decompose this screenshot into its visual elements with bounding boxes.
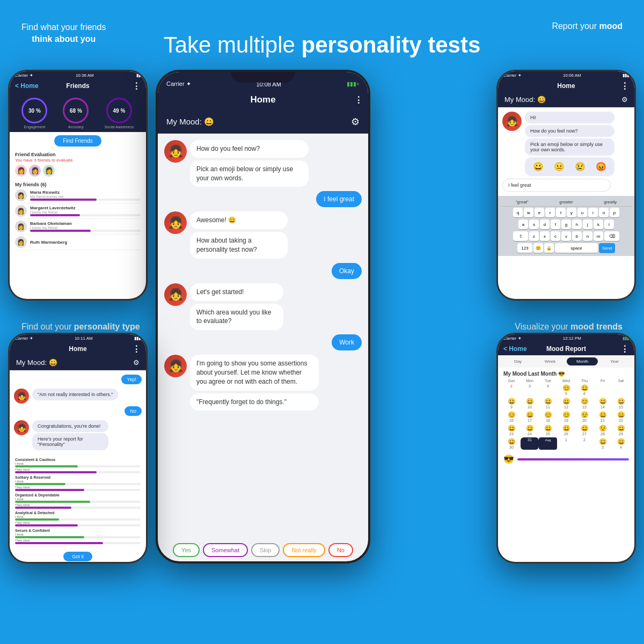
avatar: 👧 [164, 283, 187, 306]
msg-row: 👧 Awesome! 😀 How about taking a personal… [164, 211, 362, 258]
key-send[interactable]: Send [599, 243, 615, 253]
key-e[interactable]: e [535, 208, 544, 217]
keyboard-row[interactable]: ⇧ z x c v b n m ⌫ [500, 230, 632, 242]
chat-bubble-user: No [125, 406, 142, 416]
app-header-br: < Home Mood Report ⋮ [498, 342, 634, 355]
cal-row: 2 3 4 😊5 😀6 [502, 384, 630, 396]
avatar: 👩 [15, 189, 27, 201]
not-really-button[interactable]: Not really [283, 543, 325, 557]
key-v[interactable]: v [561, 231, 571, 241]
keyboard-suggest[interactable]: "great" greater greatly [500, 198, 632, 207]
avatar: 👧 [164, 211, 187, 234]
key-m[interactable]: m [594, 231, 603, 241]
engagement-circle: 30 % Engagement [21, 98, 47, 129]
key-g[interactable]: g [561, 219, 571, 229]
calendar-grid: SunMonTueWedThuFriSat 2 3 4 😊5 😀6 😀9 😀10 [498, 379, 634, 450]
keyboard-area[interactable]: "great" greater greatly q w e r t y u i … [498, 196, 634, 256]
avatar: 👧 [164, 140, 187, 163]
phone-friends: Carrier ✦ 10:36 AM ▮▮ < Home Friends ⋮ 3… [8, 70, 148, 301]
page-title: Take multiple personality tests [164, 32, 481, 58]
key-f[interactable]: f [551, 219, 560, 229]
answer-buttons: Yes Somewhat Skip Not really No [158, 539, 368, 561]
got-it-button[interactable]: Got it [63, 552, 92, 561]
top-right-label: Report your mood [552, 21, 623, 31]
chat-bubble-user: Okay [332, 263, 362, 279]
keyboard-row[interactable]: a s d f g h j k l [500, 218, 632, 230]
mood-month-header: My Mood Last Month 😎 [498, 368, 634, 379]
chat-bubble: Which area would you like to evaluate? [190, 304, 283, 331]
key-t[interactable]: t [556, 208, 566, 217]
emoji-row[interactable]: 😀😐😢😡 [525, 157, 614, 176]
app-header-tr: Home ⋮ [498, 79, 634, 92]
key-r[interactable]: r [545, 208, 555, 217]
key-o[interactable]: o [599, 208, 609, 217]
key-h[interactable]: h [572, 219, 582, 229]
settings-icon-tr[interactable]: ⚙ [621, 96, 628, 104]
tab-month[interactable]: Month [567, 357, 598, 365]
key-shift[interactable]: ⇧ [513, 231, 528, 241]
settings-icon-bl[interactable]: ⚙ [133, 358, 140, 367]
social-circle: 49 % Social Awareness [104, 98, 134, 129]
key-n[interactable]: n [583, 231, 592, 241]
key-k[interactable]: k [594, 219, 603, 229]
key-u[interactable]: u [577, 208, 587, 217]
menu-icon-tl[interactable]: ⋮ [132, 81, 141, 91]
key-delete[interactable]: ⌫ [604, 231, 619, 241]
friend-eval-title: Friend Evaluation [10, 150, 146, 158]
menu-icon-br[interactable]: ⋮ [620, 344, 629, 354]
friend-eval-avatars: 👩 👩 👩 [10, 165, 146, 180]
mood-bar-center: My Mood: 😀 ⚙ [158, 111, 368, 134]
find-friends-button[interactable]: Find Friends [54, 135, 101, 147]
chat-area-center: 👧 How do you feel now? Pick an emoji bel… [158, 134, 368, 539]
key-b[interactable]: b [572, 231, 582, 241]
key-z[interactable]: z [529, 231, 539, 241]
key-s[interactable]: s [529, 219, 539, 229]
key-mic[interactable]: 🔒 [544, 243, 554, 253]
settings-icon-center[interactable]: ⚙ [351, 116, 360, 128]
avatar: 👩 [15, 221, 27, 232]
input-field[interactable]: I feel great [502, 179, 611, 192]
trait-row: Analytical & Detached I think They think [15, 511, 141, 526]
chat-bubble-user: I feel great [316, 191, 362, 207]
key-x[interactable]: x [540, 231, 550, 241]
key-emoji[interactable]: 😊 [533, 243, 543, 253]
key-j[interactable]: j [583, 219, 592, 229]
period-tabs: Day Week Month Year [498, 355, 634, 368]
key-d[interactable]: d [540, 219, 550, 229]
key-c[interactable]: c [551, 231, 560, 241]
menu-icon-tr[interactable]: ⋮ [620, 81, 629, 91]
tab-week[interactable]: Week [535, 357, 566, 365]
cal-row: 😀30 31 Aug 1 2 😀3 😀4 [502, 437, 630, 450]
key-l[interactable]: l [604, 219, 614, 229]
key-y[interactable]: y [567, 208, 576, 217]
cal-row: 😊16 😀17 😊18 😊19 😟20 😀21 😀22 [502, 411, 630, 423]
key-space[interactable]: space [555, 243, 598, 253]
key-123[interactable]: 123 [517, 243, 532, 253]
yes-button[interactable]: Yes [173, 543, 200, 557]
key-i[interactable]: i [588, 208, 598, 217]
key-w[interactable]: w [524, 208, 533, 217]
key-q[interactable]: q [513, 208, 523, 217]
app-header-bl: Home ⋮ [10, 342, 146, 355]
menu-icon-bl[interactable]: ⋮ [132, 344, 141, 354]
key-a[interactable]: a [518, 219, 528, 229]
chat-bubble: Awesome! 😀 [190, 211, 288, 229]
list-item: 👩 Margaret Laverdetwitz I know my friend [15, 203, 141, 219]
msg-row: 👧 How do you feel now? Pick an emoji bel… [164, 140, 362, 187]
mood-score-bar [517, 458, 629, 460]
msg-row: 👧 Let's get started! Which area would yo… [164, 283, 362, 330]
no-button[interactable]: No [328, 543, 353, 557]
avatar: 👧 [502, 112, 522, 131]
back-button-br[interactable]: < Home [503, 345, 527, 353]
key-p[interactable]: p [610, 208, 619, 217]
menu-icon-center[interactable]: ⋮ [354, 95, 363, 105]
avatar: 👧 [14, 420, 29, 435]
tab-year[interactable]: Year [599, 357, 630, 365]
back-button-tl[interactable]: < Home [15, 82, 39, 90]
keyboard-row[interactable]: q w e r t y u i o p [500, 207, 632, 218]
keyboard-row[interactable]: 123 😊 🔒 space Send [500, 242, 632, 254]
skip-button[interactable]: Skip [251, 543, 280, 557]
somewhat-button[interactable]: Somewhat [203, 543, 248, 557]
tab-day[interactable]: Day [502, 357, 533, 365]
app-header-center: Home ⋮ [158, 90, 368, 111]
